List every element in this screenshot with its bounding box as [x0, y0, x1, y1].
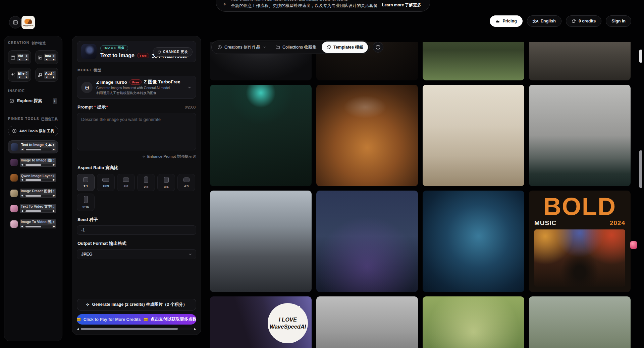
scroll-right-icon[interactable]: ▶ [53, 210, 55, 212]
scroll-left-icon[interactable]: ◀ [18, 58, 20, 61]
enhance-prompt-button[interactable]: ✧ Enhance Prompt 增强提示词 [77, 154, 196, 159]
aspect-ratio-3-4[interactable]: 3:4 [157, 174, 175, 191]
gallery-item-anime-speech-bubble[interactable]: I LOVEWaveSpeedAI [210, 296, 312, 348]
sidebar-collapse-button[interactable] [9, 16, 21, 28]
aspect-ratio-16-9[interactable]: 16:9 [97, 174, 115, 191]
updown-stepper-icon[interactable]: ▲▼ [52, 174, 55, 178]
gallery-item-concrete-pool-architecture[interactable] [529, 85, 631, 186]
updown-stepper-icon[interactable]: ▲▼ [25, 71, 28, 75]
announcement-banner: ✧ New creative workflows, faster models,… [216, 0, 430, 12]
translate-icon: 文A [533, 19, 538, 24]
scrollbar-thumb[interactable] [25, 164, 41, 166]
aspect-ratio-1-1[interactable]: 1:1 [77, 174, 95, 191]
updown-stepper-icon[interactable]: ▲▼ [52, 158, 55, 162]
pinned-tool-text-to-image[interactable]: Text to Image 文本转 ▲▼ ◀ ▶ [8, 140, 58, 153]
updown-stepper-icon[interactable]: ▲▼ [52, 220, 55, 224]
creation-tool-image[interactable]: Ima ▲▼ ◀▶ [35, 50, 58, 64]
scroll-left-icon[interactable]: ◀ [21, 194, 23, 197]
page-scrollbar-thumb[interactable] [639, 50, 642, 63]
tab-creations[interactable]: Creations 创作作品 [214, 41, 270, 54]
banner-learn-more-link[interactable]: Learn more 了解更多 [382, 0, 421, 8]
prompt-input[interactable] [77, 113, 196, 150]
updown-stepper-icon[interactable]: ▲▼ [25, 54, 28, 58]
pinned-tool-text-to-video[interactable]: Text To Video 文本转 ▲▼ ◀ ▶ [8, 202, 58, 215]
info-button[interactable] [373, 42, 383, 53]
add-tools-button[interactable]: Add Tools 添加工具 [8, 126, 58, 136]
model-section-label: MODEL 模型 [77, 68, 196, 73]
gallery-item-man-in-green-hallway[interactable] [210, 85, 312, 186]
floating-widget-icon[interactable] [630, 241, 637, 249]
tab-collections[interactable]: Collections 收藏集 [272, 41, 320, 54]
aspect-ratio-2-3[interactable]: 2:3 [137, 174, 155, 191]
model-selector[interactable]: (-) Z Image Turbo Free Z 图像 TurboFree Ge… [77, 76, 196, 99]
gallery-item-steaming-noodles[interactable] [316, 85, 418, 186]
app-logo[interactable]: happyhorse [21, 16, 35, 29]
scroll-left-icon[interactable]: ◀ [77, 328, 79, 331]
pricing-button[interactable]: Pricing [490, 15, 522, 27]
horizontal-scrollbar[interactable]: ◀ ▶ [77, 327, 196, 331]
sidebar-item-explore[interactable]: Explore 探索 ▲▼ [9, 98, 57, 104]
updown-stepper-icon[interactable]: ▲▼ [52, 205, 55, 209]
gallery-item-beige-living-room[interactable] [423, 85, 524, 186]
creation-tool-effects[interactable]: Effe ▲▼ ◀▶ [8, 68, 31, 82]
output-format-select[interactable]: JPEG [77, 249, 196, 259]
scrollbar-thumb[interactable] [25, 226, 41, 227]
updown-stepper-icon[interactable]: ▲▼ [52, 71, 55, 75]
pinned-tool-image-to-video[interactable]: Image To Video 图片转 ▲▼ ◀ ▶ [8, 217, 58, 230]
scroll-left-icon[interactable]: ◀ [21, 225, 23, 228]
pinned-tool-image-eraser[interactable]: Image Eraser 图像擦除 ▲▼ ◀ ▶ [8, 187, 58, 200]
page-scrollbar-thumb[interactable] [639, 150, 642, 188]
scroll-right-icon[interactable]: ▶ [53, 163, 55, 166]
seed-input[interactable] [77, 225, 196, 235]
tab-templates[interactable]: Templates 模板 [322, 42, 368, 53]
scroll-right-icon[interactable]: ▶ [53, 225, 55, 228]
scrollbar-thumb[interactable] [25, 195, 41, 197]
scrollbar-thumb[interactable] [25, 179, 41, 181]
gallery-item-leopard-on-rocks[interactable] [529, 42, 631, 80]
gallery-item-runner-on-field[interactable] [423, 42, 524, 80]
video-label: Vid [18, 54, 25, 58]
scroll-right-icon[interactable]: ▶ [194, 328, 196, 331]
scrollbar-thumb[interactable] [81, 328, 178, 330]
language-button[interactable]: 文A English [527, 15, 561, 27]
aspect-ratio-9-16[interactable]: 9:16 [77, 194, 95, 211]
updown-stepper-icon[interactable]: ▲▼ [52, 143, 55, 147]
pinned-tool-qwen-image-layered[interactable]: Qwen Image Layered ▲▼ ◀ ▶ [8, 171, 58, 184]
scrollbar-thumb[interactable] [25, 210, 41, 212]
scroll-right-icon[interactable]: ▶ [53, 194, 55, 197]
scroll-right-icon[interactable]: ▶ [53, 76, 55, 78]
scroll-right-icon[interactable]: ▶ [53, 179, 55, 181]
creation-tool-audio[interactable]: Aud ▲▼ ◀▶ [35, 68, 58, 82]
creation-tool-video[interactable]: Vid ▲▼ ◀▶ [8, 50, 31, 64]
generate-image-button[interactable]: ✧ Generate Image (2 credits) 生成图片（2 个积分） [77, 299, 196, 310]
updown-stepper-icon[interactable]: ▲▼ [52, 54, 55, 58]
scroll-left-icon[interactable]: ◀ [46, 58, 47, 61]
gallery-item-viking-warrior[interactable] [210, 191, 312, 292]
gallery-item-mountain-valley-road[interactable] [529, 296, 631, 348]
scroll-right-icon[interactable]: ▶ [53, 58, 55, 61]
gallery-item-sunlit-forest[interactable] [423, 296, 524, 348]
explore-stepper[interactable]: ▲▼ [53, 98, 57, 104]
scroll-left-icon[interactable]: ◀ [21, 148, 23, 151]
aspect-ratio-4-3[interactable]: 4:3 [177, 174, 195, 191]
gallery-item-crystal-dragon[interactable] [423, 191, 524, 292]
pay-for-credits-button[interactable]: Click to Pay for More Credits 点击支付以获取更多点… [77, 314, 196, 325]
updown-stepper-icon[interactable]: ▲▼ [52, 189, 55, 193]
scroll-left-icon[interactable]: ◀ [21, 179, 23, 181]
scrollbar-thumb[interactable] [26, 149, 41, 150]
sign-in-button[interactable]: Sign In [606, 15, 631, 27]
scroll-left-icon[interactable]: ◀ [21, 210, 23, 212]
aspect-ratio-3-2[interactable]: 3:2 [117, 174, 135, 191]
scroll-right-icon[interactable]: ▶ [26, 76, 28, 78]
gallery-item-elderly-man-bw[interactable] [316, 296, 418, 348]
pinned-tool-image-to-image[interactable]: Image to Image 图像转 ▲▼ ◀ ▶ [8, 156, 58, 169]
gallery-item-bold-music-poster[interactable]: BOLDMUSIC2024 [529, 191, 631, 292]
scroll-left-icon[interactable]: ◀ [21, 163, 23, 166]
scroll-right-icon[interactable]: ▶ [53, 148, 55, 151]
scroll-left-icon[interactable]: ◀ [18, 76, 20, 78]
credits-button[interactable]: 0 credits [566, 15, 601, 27]
gallery-item-futuristic-skyline[interactable] [316, 191, 418, 292]
scroll-right-icon[interactable]: ▶ [26, 58, 28, 61]
change-tool-button[interactable]: CHANGE 更改 [153, 47, 193, 57]
scroll-left-icon[interactable]: ◀ [46, 76, 47, 78]
